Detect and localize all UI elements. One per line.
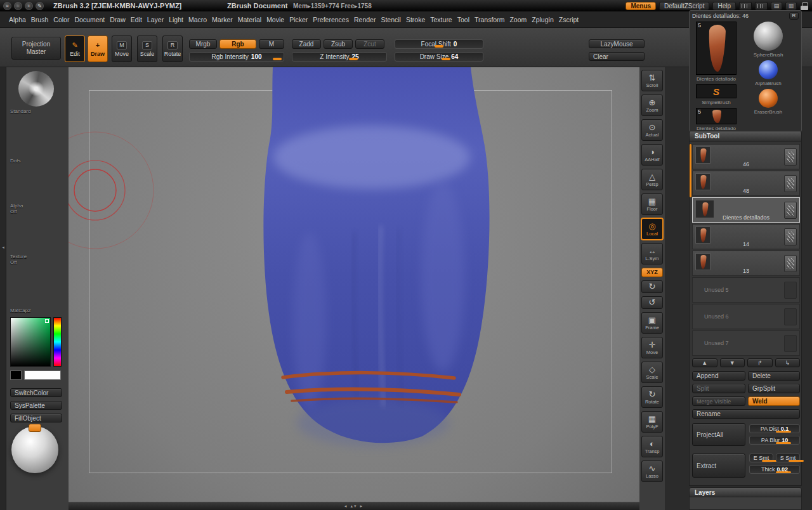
slider-mixer-icon-2[interactable]: [755, 2, 768, 10]
visibility-toggle-icon[interactable]: [784, 282, 797, 299]
append-button[interactable]: Append: [692, 371, 745, 381]
z-intensity-slider[interactable]: Z Intensity 25: [292, 52, 387, 62]
view-tool-button[interactable]: ✛ Move: [641, 337, 663, 358]
primary-color-swatch[interactable]: [24, 370, 61, 380]
menus-button[interactable]: Menus: [625, 2, 656, 10]
menu-item[interactable]: Document: [74, 16, 105, 23]
pa-dist-knob[interactable]: [776, 431, 791, 433]
view-tool-button[interactable]: ▣ Frame: [641, 312, 663, 334]
view-tool-button[interactable]: ▦ Floor: [641, 193, 663, 215]
subtool-nav-button[interactable]: ↱: [747, 358, 773, 367]
window-close-button[interactable]: ×: [3, 2, 11, 10]
zadd-button[interactable]: Zadd: [292, 39, 321, 49]
clear-button[interactable]: Clear: [589, 52, 645, 61]
brush-item[interactable]: S SimpleBrush: [696, 84, 737, 108]
subtool-nav-button[interactable]: ▼: [720, 358, 745, 367]
sculpt-viewport[interactable]: [69, 67, 639, 510]
color-gradient-square[interactable]: [10, 317, 51, 367]
menu-item[interactable]: Edit: [131, 16, 142, 23]
view-tool-button[interactable]: ◎ Local: [641, 218, 663, 240]
draw-size-knob[interactable]: [442, 58, 450, 60]
visibility-toggle-icon[interactable]: [784, 308, 797, 325]
panel-collapse-icon[interactable]: ◂: [0, 245, 6, 250]
brush-thumbnail[interactable]: [759, 89, 778, 108]
subtool-scrollbar[interactable]: [690, 144, 691, 197]
mrgb-button[interactable]: Mrgb: [189, 39, 217, 49]
view-tool-button[interactable]: ◑ AAHalf: [641, 144, 663, 166]
menu-item[interactable]: Preferences: [313, 16, 349, 23]
brush-thumbnail[interactable]: [754, 22, 783, 51]
hue-strip[interactable]: [53, 317, 62, 367]
zsub-button[interactable]: Zsub: [324, 39, 353, 49]
rgb-intensity-slider[interactable]: Rgb Intensity 100: [189, 52, 284, 62]
visibility-toggle-icon[interactable]: [784, 255, 797, 272]
subtool-row[interactable]: 48: [692, 171, 800, 196]
menu-item[interactable]: Draw: [110, 16, 126, 23]
canvas-scrollbar[interactable]: ◂ ▴▾ ▸: [69, 502, 639, 510]
view-tool-button[interactable]: ↺: [641, 296, 663, 309]
view-tool-button[interactable]: ▦ PolyF: [641, 411, 663, 433]
copy-document-button[interactable]: ▤: [771, 2, 782, 10]
z-intensity-knob[interactable]: [349, 58, 358, 60]
restore-config-button[interactable]: R: [789, 12, 799, 20]
document-canvas[interactable]: ◂ ▴▾ ▸: [69, 67, 639, 510]
thick-knob[interactable]: [776, 471, 791, 473]
subtool-row[interactable]: Unused 6: [692, 304, 800, 329]
subtool-row[interactable]: 14: [692, 224, 800, 249]
secondary-color-swatch[interactable]: [10, 370, 22, 380]
projectall-button[interactable]: ProjectAll: [692, 423, 745, 446]
e-smt-slider[interactable]: E Smt: [749, 454, 773, 462]
draw-button[interactable]: + Draw: [88, 36, 108, 62]
menu-item[interactable]: Transform: [475, 16, 504, 23]
subtool-nav-button[interactable]: ↳: [775, 358, 801, 367]
layers-panel-title[interactable]: Layers: [689, 487, 802, 497]
rgb-intensity-knob[interactable]: [273, 58, 282, 60]
subtool-row[interactable]: Unused 5: [692, 277, 800, 303]
visibility-toggle-icon[interactable]: [784, 335, 797, 352]
default-zscript-button[interactable]: DefaultZScript: [659, 2, 709, 10]
view-tool-button[interactable]: ↻ Rotate: [641, 386, 663, 408]
view-tool-button[interactable]: △ Persp: [641, 169, 663, 190]
current-material-sphere[interactable]: [11, 426, 58, 473]
menu-item[interactable]: Stroke: [406, 16, 425, 23]
projection-master-button[interactable]: Projection Master: [11, 37, 61, 60]
menu-item[interactable]: Tool: [457, 16, 469, 23]
brush-thumbnail[interactable]: 5: [696, 22, 737, 75]
visibility-toggle-icon[interactable]: [784, 175, 797, 192]
window-minimize-button[interactable]: −: [14, 2, 22, 10]
window-expand-button[interactable]: +: [25, 2, 33, 10]
brush-thumbnail[interactable]: 5: [696, 108, 737, 124]
visibility-toggle-icon[interactable]: [784, 228, 797, 245]
subtool-row[interactable]: 13: [692, 251, 800, 276]
visibility-toggle-icon[interactable]: [784, 202, 797, 219]
lazymouse-button[interactable]: LazyMouse: [589, 39, 645, 48]
delete-button[interactable]: Delete: [748, 371, 800, 381]
view-tool-button[interactable]: ↔ L.Sym: [641, 243, 663, 265]
scale-button[interactable]: S Scale: [137, 36, 157, 62]
brush-item[interactable]: 5 Dientes detallado: [696, 108, 737, 134]
view-tool-button[interactable]: ⇅ Scroll: [641, 70, 663, 91]
pa-blur-knob[interactable]: [776, 442, 791, 444]
pa-dist-slider[interactable]: PA Dist 0.1: [749, 424, 800, 433]
brush-item[interactable]: 5 Dientes detallado: [696, 22, 737, 84]
focal-shift-slider[interactable]: Focal Shift 0: [395, 39, 483, 49]
s-smt-knob[interactable]: [789, 460, 804, 462]
fill-object-button[interactable]: FillObject: [10, 414, 62, 422]
view-tool-button[interactable]: ⊙ Actual: [641, 119, 663, 141]
menu-item[interactable]: Color: [53, 16, 69, 23]
merge-visible-button[interactable]: Merge Visible: [692, 396, 745, 406]
rename-button[interactable]: Rename: [692, 409, 800, 419]
brush-item[interactable]: EraserBrush: [754, 89, 782, 117]
menu-item[interactable]: Alpha: [9, 16, 26, 23]
menu-item[interactable]: Layer: [147, 16, 164, 23]
switch-color-button[interactable]: SwitchColor: [10, 388, 62, 397]
brush-thumbnail[interactable]: S: [696, 84, 737, 98]
subtool-row[interactable]: Unused 7: [692, 330, 800, 356]
draw-size-slider[interactable]: Draw Size 64: [395, 52, 483, 62]
thick-slider[interactable]: Thick 0.02: [749, 465, 800, 474]
subtool-row[interactable]: Dientes detallados: [692, 197, 800, 223]
m-button[interactable]: M: [259, 39, 284, 49]
slider-mixer-icon[interactable]: [739, 2, 752, 10]
view-tool-button[interactable]: ↻: [641, 280, 663, 293]
visibility-toggle-icon[interactable]: [784, 148, 797, 166]
